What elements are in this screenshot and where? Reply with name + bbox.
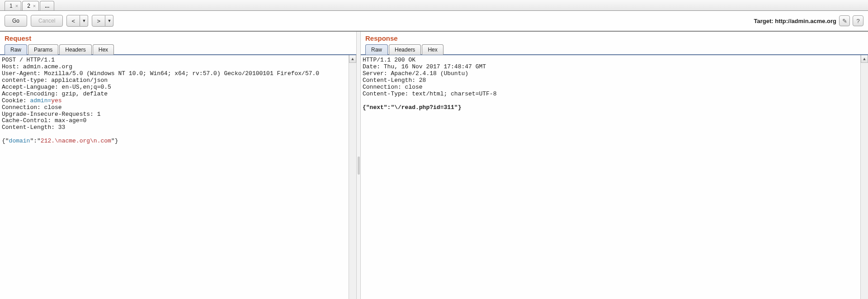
cancel-button[interactable]: Cancel <box>31 15 63 27</box>
request-title: Request <box>0 32 356 44</box>
help-icon: ? <box>856 18 859 24</box>
close-icon[interactable]: × <box>33 3 36 9</box>
prev-button[interactable]: < <box>66 15 80 27</box>
response-viewer[interactable]: HTTP/1.1 200 OK Date: Thu, 16 Nov 2017 1… <box>361 55 860 299</box>
request-scrollbar[interactable]: ▲ <box>349 55 356 299</box>
tab-hex[interactable]: Hex <box>422 44 443 55</box>
scroll-up-icon[interactable]: ▲ <box>349 55 356 63</box>
window-tab-bar: 1 × 2 × ... <box>0 0 868 11</box>
tab-params[interactable]: Params <box>28 44 58 55</box>
window-tab-2[interactable]: 2 × <box>22 1 39 10</box>
tab-label: 1 <box>9 3 13 9</box>
tab-headers[interactable]: Headers <box>59 44 91 55</box>
history-prev-group: < ▼ <box>66 15 88 27</box>
prev-dropdown[interactable]: ▼ <box>80 15 88 27</box>
split-divider[interactable] <box>356 32 361 299</box>
response-scrollbar[interactable]: ▲ <box>860 55 868 299</box>
request-pane: Request Raw Params Headers Hex POST / HT… <box>0 32 356 299</box>
response-view-tabs: Raw Headers Hex <box>361 44 868 55</box>
next-dropdown[interactable]: ▼ <box>105 15 113 27</box>
response-content-wrap: HTTP/1.1 200 OK Date: Thu, 16 Nov 2017 1… <box>361 55 868 299</box>
response-pane: Response Raw Headers Hex HTTP/1.1 200 OK… <box>361 32 868 299</box>
request-editor[interactable]: POST / HTTP/1.1 Host: admin.acme.org Use… <box>0 55 349 299</box>
pencil-icon: ✎ <box>842 18 847 24</box>
request-view-tabs: Raw Params Headers Hex <box>0 44 356 55</box>
go-button[interactable]: Go <box>5 15 27 27</box>
tab-raw[interactable]: Raw <box>5 44 27 55</box>
toolbar-right: Target: http://admin.acme.org ✎ ? <box>754 15 863 26</box>
window-tab-more[interactable]: ... <box>40 1 54 10</box>
tab-raw[interactable]: Raw <box>365 44 388 55</box>
response-title: Response <box>361 32 868 44</box>
toolbar-left: Go Cancel < ▼ > ▼ <box>5 15 113 27</box>
help-button[interactable]: ? <box>853 15 863 26</box>
split-container: Request Raw Params Headers Hex POST / HT… <box>0 32 868 299</box>
more-label: ... <box>45 3 49 9</box>
target-label: Target: http://admin.acme.org <box>754 18 836 24</box>
edit-target-button[interactable]: ✎ <box>839 15 850 26</box>
tab-hex[interactable]: Hex <box>93 44 114 55</box>
history-next-group: > ▼ <box>92 15 113 27</box>
tab-label: 2 <box>27 3 30 9</box>
close-icon[interactable]: × <box>15 3 18 9</box>
request-content-wrap: POST / HTTP/1.1 Host: admin.acme.org Use… <box>0 55 356 299</box>
scroll-up-icon[interactable]: ▲ <box>861 55 868 63</box>
window-tab-1[interactable]: 1 × <box>5 1 21 10</box>
next-button[interactable]: > <box>92 15 105 27</box>
tab-headers[interactable]: Headers <box>389 44 421 55</box>
toolbar: Go Cancel < ▼ > ▼ Target: http://admin.a… <box>0 11 868 32</box>
